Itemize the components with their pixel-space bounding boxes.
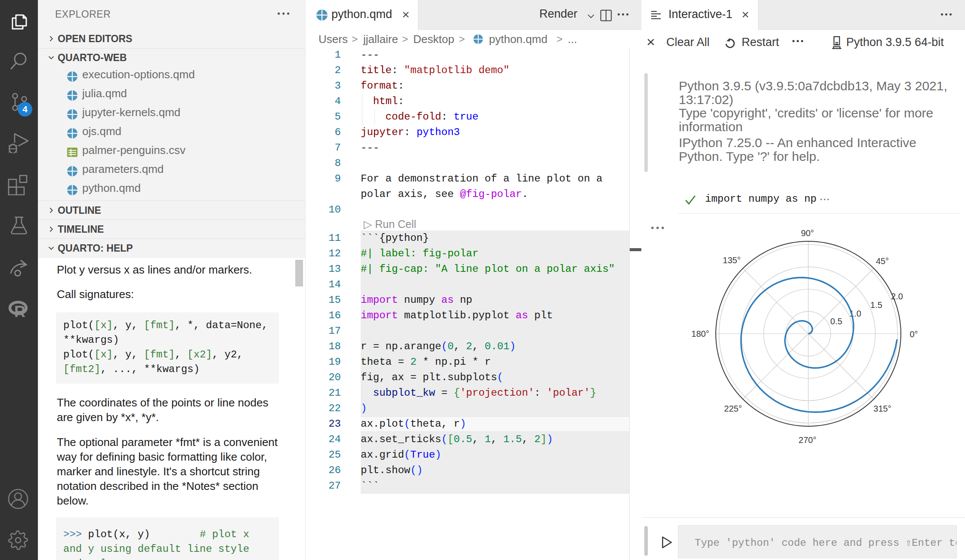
svg-text:90°: 90°	[801, 228, 814, 238]
svg-text:180°: 180°	[691, 329, 709, 338]
svg-text:0°: 0°	[909, 329, 918, 339]
svg-text:2.0: 2.0	[891, 292, 903, 301]
svg-text:270°: 270°	[798, 435, 816, 445]
svg-text:R: R	[14, 303, 25, 320]
svg-text:135°: 135°	[723, 255, 740, 265]
svg-text:0.5: 0.5	[830, 317, 842, 326]
svg-text:45°: 45°	[876, 256, 889, 266]
svg-text:225°: 225°	[724, 404, 742, 413]
svg-text:315°: 315°	[873, 404, 891, 413]
svg-text:1.5: 1.5	[870, 300, 882, 310]
